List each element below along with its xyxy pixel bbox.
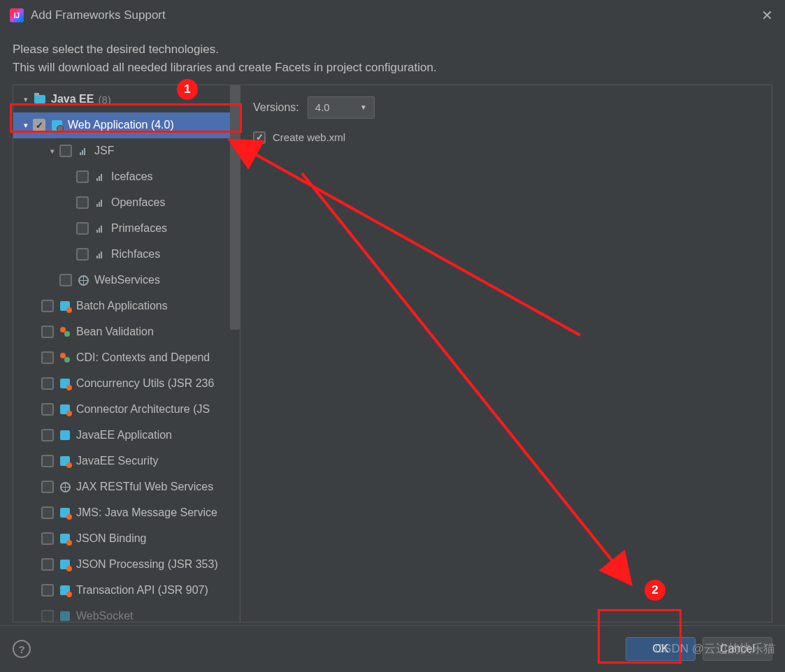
checkbox[interactable] [76, 248, 89, 261]
checkbox[interactable] [41, 429, 54, 441]
checkbox[interactable] [41, 558, 54, 571]
module-icon [93, 248, 107, 261]
scrollbar[interactable] [230, 85, 240, 622]
dialog-footer: ? OK Cancel [0, 625, 785, 672]
tree-node-batch[interactable]: Batch Applications [13, 293, 240, 319]
checkbox[interactable] [76, 222, 89, 235]
module-icon [58, 584, 72, 597]
chevron-down-icon[interactable]: ▾ [19, 95, 33, 104]
framework-settings-panel: Versions: 4.0 ▼ Create web.xml [240, 85, 772, 622]
tree-node-websocket[interactable]: WebSocket [13, 604, 240, 622]
bean-icon [58, 326, 72, 338]
checkbox[interactable] [41, 455, 54, 467]
checkbox[interactable] [41, 481, 54, 493]
tree-node-jsf[interactable]: ▾ JSF [13, 138, 240, 164]
module-icon [33, 93, 47, 105]
tree-node-web-application[interactable]: ▾ Web Application (4.0) [13, 112, 240, 138]
frameworks-tree[interactable]: ▾ Java EE (8) ▾ Web Application (4.0) ▾ … [13, 85, 240, 622]
tree-label: Icefaces [111, 170, 153, 183]
tree-node-webservices[interactable]: WebServices [13, 268, 240, 293]
checkbox[interactable] [76, 196, 89, 209]
tree-label: Connector Architecture (JS [76, 403, 210, 416]
checkbox[interactable] [41, 584, 54, 597]
checkbox[interactable] [33, 119, 45, 131]
close-icon[interactable]: ✕ [758, 7, 775, 24]
versions-label: Versions: [253, 101, 299, 114]
checkbox[interactable] [41, 300, 54, 312]
tree-node-richfaces[interactable]: Richfaces [13, 242, 240, 268]
tree-label: Concurrency Utils (JSR 236 [76, 377, 214, 390]
checkbox[interactable] [41, 610, 54, 622]
tree-node-openfaces[interactable]: Openfaces [13, 190, 240, 216]
module-icon [58, 610, 72, 622]
checkbox[interactable] [41, 351, 54, 364]
module-icon [58, 506, 72, 519]
version-value: 4.0 [315, 101, 330, 113]
chevron-down-icon[interactable]: ▾ [19, 121, 33, 130]
titlebar: IJ Add Frameworks Support ✕ [0, 0, 785, 31]
window-title: Add Frameworks Support [31, 8, 758, 22]
tree-label: Java EE [51, 93, 94, 105]
checkbox[interactable] [59, 145, 72, 157]
chevron-down-icon: ▼ [360, 103, 367, 111]
checkbox[interactable] [41, 403, 54, 416]
tree-label: JavaEE Application [76, 429, 172, 441]
tree-node-icefaces[interactable]: Icefaces [13, 164, 240, 190]
web-icon [50, 119, 64, 131]
tree-label: CDI: Contexts and Depend [76, 351, 210, 364]
checkbox[interactable] [41, 377, 54, 390]
create-webxml-checkbox[interactable] [253, 131, 266, 144]
module-icon [58, 532, 72, 545]
instruction-line-1: Please select the desired technologies. [13, 41, 772, 59]
tree-count: (8) [98, 94, 110, 105]
tree-label: JSON Processing (JSR 353) [76, 558, 218, 571]
tree-node-javaee-application[interactable]: JavaEE Application [13, 423, 240, 448]
tree-label: Transaction API (JSR 907) [76, 584, 208, 597]
tree-label: Richfaces [111, 248, 160, 261]
tree-node-cdi[interactable]: CDI: Contexts and Depend [13, 345, 240, 371]
bean-icon [58, 351, 72, 364]
tree-label: Batch Applications [76, 300, 168, 312]
module-icon [58, 403, 72, 416]
tree-node-concurrency[interactable]: Concurrency Utils (JSR 236 [13, 371, 240, 397]
module-icon [58, 377, 72, 390]
tree-node-json-processing[interactable]: JSON Processing (JSR 353) [13, 552, 240, 578]
tree-label: JAX RESTful Web Services [76, 481, 213, 493]
tree-node-jms[interactable]: JMS: Java Message Service [13, 500, 240, 526]
globe-icon [58, 481, 72, 493]
tree-label: Openfaces [111, 196, 165, 209]
tree-node-connector[interactable]: Connector Architecture (JS [13, 397, 240, 423]
module-icon [58, 300, 72, 312]
tree-node-javaee[interactable]: ▾ Java EE (8) [13, 87, 240, 112]
tree-node-jaxrs[interactable]: JAX RESTful Web Services [13, 474, 240, 500]
checkbox[interactable] [41, 506, 54, 519]
cancel-button[interactable]: Cancel [703, 637, 772, 661]
create-webxml-label: Create web.xml [273, 131, 345, 143]
ok-button[interactable]: OK [626, 637, 696, 661]
checkbox[interactable] [59, 274, 72, 286]
instructions: Please select the desired technologies. … [0, 31, 785, 85]
chevron-down-icon[interactable]: ▾ [45, 147, 59, 156]
tree-label: Web Application (4.0) [68, 119, 174, 131]
globe-icon [76, 274, 90, 286]
tree-label: JSF [94, 145, 114, 157]
version-dropdown[interactable]: 4.0 ▼ [308, 96, 375, 119]
checkbox[interactable] [41, 326, 54, 338]
module-icon [93, 170, 107, 183]
tree-node-transaction-api[interactable]: Transaction API (JSR 907) [13, 578, 240, 604]
module-icon [58, 455, 72, 467]
tree-node-bean-validation[interactable]: Bean Validation [13, 319, 240, 345]
instruction-line-2: This will download all needed libraries … [13, 59, 772, 77]
tree-node-json-binding[interactable]: JSON Binding [13, 526, 240, 552]
tree-label: WebServices [94, 274, 160, 286]
tree-label: JSON Binding [76, 532, 147, 545]
checkbox[interactable] [76, 170, 89, 183]
tree-label: JavaEE Security [76, 455, 158, 467]
jsf-icon [76, 145, 90, 157]
tree-node-javaee-security[interactable]: JavaEE Security [13, 448, 240, 474]
checkbox[interactable] [41, 532, 54, 545]
help-button[interactable]: ? [13, 640, 31, 658]
tree-label: Primefaces [111, 222, 167, 235]
module-icon [58, 558, 72, 571]
tree-node-primefaces[interactable]: Primefaces [13, 216, 240, 242]
